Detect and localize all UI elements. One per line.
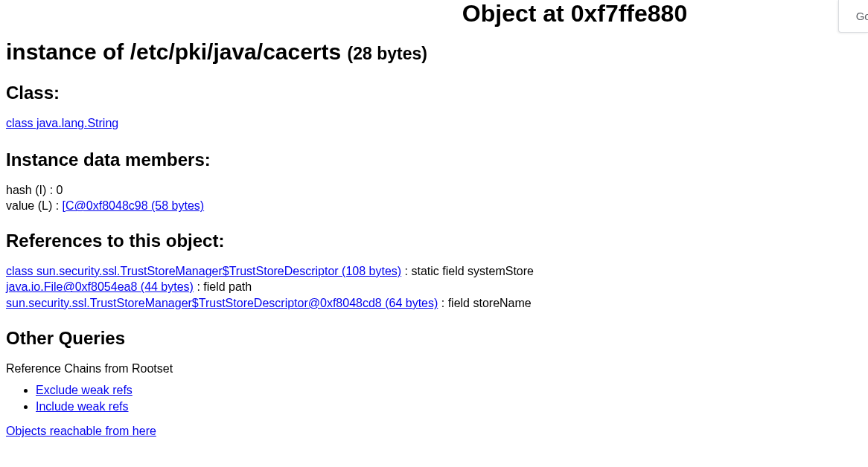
class-heading: Class: xyxy=(6,83,862,103)
data-members-heading: Instance data members: xyxy=(6,149,862,170)
other-queries-section: Other Queries Reference Chains from Root… xyxy=(6,328,862,439)
hash-value: 0 xyxy=(57,184,63,196)
chains-label: Reference Chains from Rootset xyxy=(6,361,862,377)
reference-link-2[interactable]: sun.security.ssl.TrustStoreManager$Trust… xyxy=(6,297,438,309)
references-heading: References to this object: xyxy=(6,231,862,251)
instance-path: /etc/pki/java/cacerts xyxy=(130,39,342,64)
reference-suffix-1: : field path xyxy=(194,280,252,293)
instance-size: (28 bytes) xyxy=(348,44,427,63)
page-title: Object at 0xf7ffe880 xyxy=(6,0,862,28)
translate-widget[interactable]: Goo xyxy=(838,0,868,33)
reference-link-1[interactable]: java.io.File@0xf8054ea8 (44 bytes) xyxy=(6,280,194,293)
reference-suffix-0: : static field systemStore xyxy=(401,265,534,277)
class-section: Class: class java.lang.String xyxy=(6,83,862,132)
instance-prefix: instance of xyxy=(6,39,130,64)
value-link[interactable]: [C@0xf8048c98 (58 bytes) xyxy=(63,199,205,212)
exclude-weak-refs-link[interactable]: Exclude weak refs xyxy=(36,384,133,396)
chains-list: Exclude weak refs Include weak refs xyxy=(6,382,862,414)
value-label: value (L) : xyxy=(6,199,63,212)
instance-heading: instance of /etc/pki/java/cacerts (28 by… xyxy=(6,39,862,65)
data-members-section: Instance data members: hash (I) : 0 valu… xyxy=(6,149,862,214)
translate-widget-text: Goo xyxy=(856,10,868,22)
other-queries-heading: Other Queries xyxy=(6,328,862,349)
include-weak-refs-link[interactable]: Include weak refs xyxy=(36,400,129,413)
reference-suffix-2: : field storeName xyxy=(438,297,531,309)
reference-link-0[interactable]: class sun.security.ssl.TrustStoreManager… xyxy=(6,265,401,277)
hash-label: hash (I) : xyxy=(6,184,57,196)
class-link[interactable]: class java.lang.String xyxy=(6,117,118,129)
objects-reachable-link[interactable]: Objects reachable from here xyxy=(6,425,156,437)
references-section: References to this object: class sun.sec… xyxy=(6,231,862,312)
list-item: Exclude weak refs xyxy=(36,382,862,399)
list-item: Include weak refs xyxy=(36,399,862,415)
